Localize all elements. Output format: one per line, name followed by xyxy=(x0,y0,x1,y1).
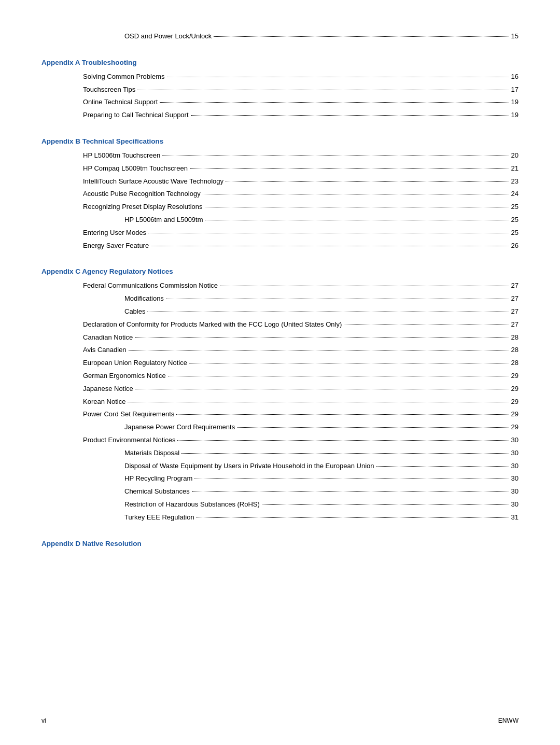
page-number: 29 xyxy=(511,384,519,395)
entry-text: Materials Disposal xyxy=(124,448,179,459)
appendix-a-entries: Solving Common Problems16Touchscreen Tip… xyxy=(41,72,519,121)
entry-text: Disposal of Waste Equipment by Users in … xyxy=(124,461,374,472)
list-item: Entering User Modes25 xyxy=(41,228,519,238)
page-number: 29 xyxy=(511,371,519,382)
page-number: 27 xyxy=(511,306,519,317)
page-number: 30 xyxy=(511,473,519,484)
dots xyxy=(376,466,509,467)
page-number: 28 xyxy=(511,358,519,369)
entry-text: Turkey EEE Regulation xyxy=(124,512,194,523)
entry-text: Restriction of Hazardous Substances (RoH… xyxy=(124,499,260,510)
entry-text: IntelliTouch Surface Acoustic Wave Techn… xyxy=(83,176,223,187)
appendix-a-heading[interactable]: Appendix A Troubleshooting xyxy=(41,59,519,66)
list-item: Acoustic Pulse Recognition Technology24 xyxy=(41,189,519,200)
list-item: Recognizing Preset Display Resolutions25 xyxy=(41,202,519,213)
entry-text: Chemical Substances xyxy=(124,486,190,497)
appendix-c-section: Appendix C Agency Regulatory Notices Fed… xyxy=(41,268,519,523)
appendix-a-section: Appendix A Troubleshooting Solving Commo… xyxy=(41,59,519,121)
appendix-d-section: Appendix D Native Resolution xyxy=(41,540,519,547)
appendix-c-heading[interactable]: Appendix C Agency Regulatory Notices xyxy=(41,268,519,275)
page-number: 31 xyxy=(511,512,519,523)
entry-text: HP L5006tm and L5009tm xyxy=(124,215,203,226)
entry-text: HP Compaq L5009tm Touchscreen xyxy=(83,163,188,174)
list-item: Online Technical Support19 xyxy=(41,97,519,108)
dots xyxy=(137,90,509,90)
list-item: Turkey EEE Regulation31 xyxy=(41,512,519,523)
dots xyxy=(129,350,509,350)
entry-text: HP Recycling Program xyxy=(124,473,192,484)
dots xyxy=(237,427,509,428)
dots xyxy=(197,517,509,518)
list-item: HP L5006tm and L5009tm25 xyxy=(41,215,519,226)
page-number: 15 xyxy=(511,31,519,42)
list-item: Federal Communications Commission Notice… xyxy=(41,280,519,291)
dots xyxy=(176,414,509,415)
list-item: German Ergonomics Notice29 xyxy=(41,371,519,382)
page-number: 30 xyxy=(511,448,519,459)
list-item: IntelliTouch Surface Acoustic Wave Techn… xyxy=(41,176,519,187)
page-number: 24 xyxy=(511,189,519,200)
dots xyxy=(162,156,509,156)
page-number: 23 xyxy=(511,176,519,187)
dots xyxy=(148,233,509,233)
appendix-d-heading[interactable]: Appendix D Native Resolution xyxy=(41,540,519,547)
dots xyxy=(220,286,509,286)
entry-text: Power Cord Set Requirements xyxy=(83,409,174,420)
list-item: Modifications27 xyxy=(41,293,519,304)
list-item: Chemical Substances30 xyxy=(41,486,519,497)
page-number: 21 xyxy=(511,163,519,174)
page-number: 28 xyxy=(511,332,519,343)
list-item: Japanese Notice29 xyxy=(41,384,519,395)
entry-text: Touchscreen Tips xyxy=(83,85,135,95)
entry-text: Korean Notice xyxy=(83,397,125,407)
dots xyxy=(177,440,509,441)
dots xyxy=(205,207,509,207)
page-number: 19 xyxy=(511,97,519,108)
dots xyxy=(151,246,509,246)
appendix-b-heading[interactable]: Appendix B Technical Specifications xyxy=(41,137,519,145)
entry-text: Canadian Notice xyxy=(83,332,133,343)
list-item: Touchscreen Tips17 xyxy=(41,85,519,95)
dots xyxy=(203,194,509,194)
entry-text: Cables xyxy=(124,306,145,317)
page-number: 19 xyxy=(511,110,519,121)
entry-text: Recognizing Preset Display Resolutions xyxy=(83,202,203,213)
list-item: Energy Saver Feature26 xyxy=(41,241,519,251)
footer-right: ENWW xyxy=(498,717,519,724)
dots xyxy=(167,77,509,77)
dots xyxy=(147,312,509,312)
entry-text: Preparing to Call Technical Support xyxy=(83,110,189,121)
page-number: 29 xyxy=(511,422,519,433)
page-number: 27 xyxy=(511,319,519,330)
list-item: Avis Canadien28 xyxy=(41,345,519,356)
page-number: 30 xyxy=(511,435,519,446)
list-item: Korean Notice29 xyxy=(41,397,519,407)
entry-text: Online Technical Support xyxy=(83,97,158,108)
page-number: 27 xyxy=(511,293,519,304)
dots xyxy=(181,453,509,454)
dots xyxy=(191,115,509,116)
page-number: 30 xyxy=(511,461,519,472)
dots xyxy=(214,36,509,37)
list-item: Power Cord Set Requirements29 xyxy=(41,409,519,420)
list-item: Restriction of Hazardous Substances (RoH… xyxy=(41,499,519,510)
dots xyxy=(135,389,509,389)
page-number: 27 xyxy=(511,280,519,291)
page-number: 30 xyxy=(511,486,519,497)
entry-text: Solving Common Problems xyxy=(83,72,165,82)
page-number: 16 xyxy=(511,72,519,82)
list-item: HP L5006tm Touchscreen20 xyxy=(41,150,519,161)
entry-text: German Ergonomics Notice xyxy=(83,371,166,382)
list-item: Preparing to Call Technical Support19 xyxy=(41,110,519,121)
dots xyxy=(226,181,509,182)
page-number: 25 xyxy=(511,228,519,238)
list-item: HP Compaq L5009tm Touchscreen21 xyxy=(41,163,519,174)
list-item: Disposal of Waste Equipment by Users in … xyxy=(41,461,519,472)
dots xyxy=(192,491,509,492)
dots xyxy=(189,363,509,363)
page-number: 17 xyxy=(511,85,519,95)
list-item: Canadian Notice28 xyxy=(41,332,519,343)
entry-text: Japanese Power Cord Requirements xyxy=(124,422,235,433)
page-number: 25 xyxy=(511,215,519,226)
list-item: HP Recycling Program30 xyxy=(41,473,519,484)
